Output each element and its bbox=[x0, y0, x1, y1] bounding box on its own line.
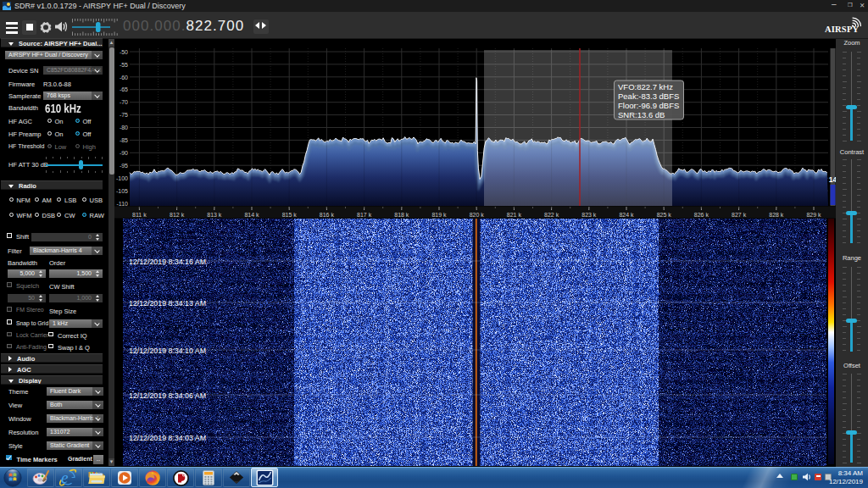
svg-text:12/12/2019 8:34:13 AM: 12/12/2019 8:34:13 AM bbox=[129, 299, 206, 308]
svg-text:-110: -110 bbox=[117, 201, 129, 207]
svg-text:-100: -100 bbox=[116, 175, 128, 181]
svg-text:-60: -60 bbox=[120, 75, 128, 80]
svg-text:-80: -80 bbox=[120, 125, 128, 130]
svg-text:813 k: 813 k bbox=[207, 212, 222, 218]
svg-text:Floor:-96.9 dBFS: Floor:-96.9 dBFS bbox=[618, 101, 679, 110]
svg-text:819 k: 819 k bbox=[431, 212, 447, 218]
svg-text:-75: -75 bbox=[120, 112, 128, 118]
svg-text:-90: -90 bbox=[120, 150, 128, 156]
svg-text:820 k: 820 k bbox=[470, 212, 485, 218]
svg-text:817 k: 817 k bbox=[357, 212, 372, 218]
svg-text:VFO:822.7 kHz: VFO:822.7 kHz bbox=[618, 82, 673, 92]
svg-text:829 k: 829 k bbox=[806, 212, 821, 218]
svg-text:12/12/2019 8:34:06 AM: 12/12/2019 8:34:06 AM bbox=[129, 391, 206, 400]
svg-text:-65: -65 bbox=[120, 86, 128, 92]
svg-text:823 k: 823 k bbox=[581, 212, 597, 218]
svg-text:12/12/2019 8:34:10 AM: 12/12/2019 8:34:10 AM bbox=[129, 347, 206, 355]
svg-text:828 k: 828 k bbox=[769, 212, 784, 218]
svg-text:826 k: 826 k bbox=[694, 212, 709, 218]
svg-text:-70: -70 bbox=[120, 99, 128, 105]
svg-text:816 k: 816 k bbox=[320, 212, 335, 218]
svg-text:822 k: 822 k bbox=[544, 212, 559, 218]
svg-text:821 k: 821 k bbox=[507, 212, 522, 218]
svg-text:827 k: 827 k bbox=[732, 212, 747, 218]
svg-text:SNR:13.6 dB: SNR:13.6 dB bbox=[618, 110, 665, 119]
svg-text:-85: -85 bbox=[120, 137, 128, 143]
svg-text:825 k: 825 k bbox=[657, 212, 672, 218]
svg-text:-55: -55 bbox=[120, 62, 128, 68]
svg-text:-105: -105 bbox=[116, 188, 128, 194]
svg-text:811 k: 811 k bbox=[132, 212, 147, 218]
svg-text:-50: -50 bbox=[120, 49, 128, 55]
svg-text:-95: -95 bbox=[120, 163, 128, 169]
svg-text:818 k: 818 k bbox=[394, 212, 409, 218]
svg-text:815 k: 815 k bbox=[282, 212, 298, 218]
svg-text:Peak:-83.3 dBFS: Peak:-83.3 dBFS bbox=[618, 92, 679, 101]
svg-text:12/12/2019 8:34:03 AM: 12/12/2019 8:34:03 AM bbox=[129, 434, 206, 442]
svg-text:812 k: 812 k bbox=[170, 212, 185, 218]
svg-text:12/12/2019 8:34:16 AM: 12/12/2019 8:34:16 AM bbox=[129, 258, 206, 266]
svg-text:814 k: 814 k bbox=[244, 212, 259, 218]
svg-text:824 k: 824 k bbox=[619, 212, 634, 218]
